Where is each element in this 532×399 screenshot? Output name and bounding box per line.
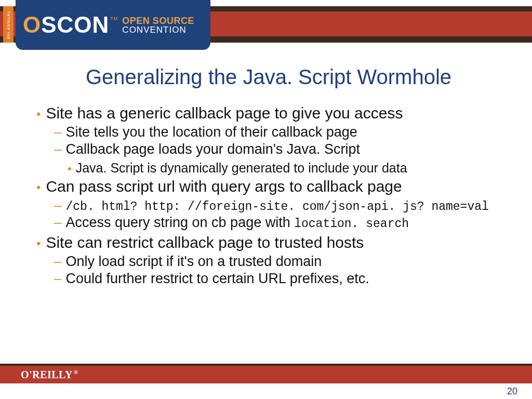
dash-icon: – (54, 254, 61, 270)
footer-bar: O'REILLY® (0, 366, 532, 383)
bullet-text: Can pass script url with query args to c… (46, 178, 402, 195)
sub-text-code: /cb. html? http: //foreign-site. com/jso… (65, 200, 488, 214)
dash-icon: – (54, 141, 61, 157)
slide-header: 8th ANNUAL OSCONTM OPEN SOURCE CONVENTIO… (0, 0, 532, 52)
bullet-icon: • (36, 108, 41, 121)
list-item: • Can pass script url with query args to… (36, 178, 501, 231)
sub-text: Only load script if it's on a trusted do… (65, 254, 322, 270)
page-number: 20 (507, 386, 517, 397)
sub-text-pre: Access query string on cb page with (65, 215, 294, 230)
annual-badge: 8th ANNUAL (3, 6, 14, 43)
dash-icon: – (54, 271, 61, 287)
bullet-list: • Site has a generic callback page to gi… (36, 104, 501, 287)
bullet-text: Site can restrict callback page to trust… (46, 234, 364, 251)
sub-text: Access query string on cb page with loca… (65, 215, 409, 231)
bullet-icon: • (68, 162, 72, 176)
sub-text: Could further restrict to certain URL pr… (65, 271, 369, 287)
slide-title: Generalizing the Java. Script Wormhole (36, 65, 501, 89)
list-item: • Site can restrict callback page to tru… (36, 234, 501, 287)
sub-text: Callback page loads your domain's Java. … (65, 141, 360, 157)
oscon-subtitle: OPEN SOURCE CONVENTION (122, 16, 194, 34)
dash-icon: – (54, 215, 61, 231)
list-item: • Site has a generic callback page to gi… (36, 104, 501, 176)
dash-icon: – (54, 124, 61, 140)
oscon-logo-plate: OSCONTM OPEN SOURCE CONVENTION (16, 0, 210, 50)
open-source-label: OPEN SOURCE (122, 16, 194, 25)
slide-footer: O'REILLY® 20 (0, 364, 532, 399)
sub-text-code: location. search (294, 217, 409, 231)
bullet-text: Site has a generic callback page to give… (46, 104, 403, 122)
sub-text: Site tells you the location of their cal… (65, 124, 357, 140)
footer-page-row: 20 (0, 383, 532, 399)
convention-label: CONVENTION (122, 25, 194, 34)
bullet-icon: • (36, 181, 41, 194)
oscon-wordmark: OSCONTM (23, 12, 117, 38)
subsub-text: Java. Script is dynamically generated to… (76, 161, 407, 176)
oreilly-logo: O'REILLY® (21, 369, 77, 381)
dash-icon: – (54, 197, 61, 214)
bullet-icon: • (36, 237, 41, 250)
slide-body: Generalizing the Java. Script Wormhole •… (0, 52, 532, 287)
